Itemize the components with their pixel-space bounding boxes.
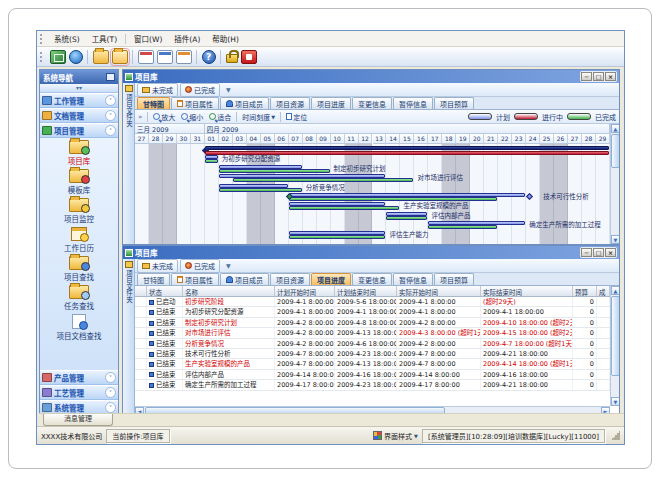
chevron-up-icon[interactable]: ˄ [105,125,116,136]
exit-icon[interactable] [241,50,257,64]
column-header-5[interactable]: 实际开始时间 [397,286,481,296]
toolbar-grip[interactable] [40,52,45,62]
gantt-tab-5[interactable]: 变更信息 [352,97,392,109]
plan-bar[interactable] [289,231,386,235]
gantt-tab-2[interactable]: 项目成员 [220,97,269,109]
table-row[interactable]: 已结束评估内部产品2009-4-14 8:00:002009-4-16 18:0… [135,370,619,380]
folder-open-icon[interactable] [112,50,128,64]
table-row[interactable]: 已结束技术可行性分析2009-4-7 8:00:002009-4-23 18:0… [135,349,619,359]
table-row[interactable]: 已结束为初步研究分配资源2009-4-1 8:00:002009-4-1 18:… [135,307,619,317]
gantt-tab-6[interactable]: 暂停信息 [393,97,433,109]
sidebar-section-0[interactable]: 工作管理˅ [40,93,118,108]
table-folder-tab-1[interactable]: 已完成 [180,259,220,273]
sidebar-section-1[interactable]: 文档管理˅ [40,108,118,123]
actual-bar[interactable] [233,178,414,182]
table-tab-2[interactable]: 项目成员 [220,273,269,285]
column-header-3[interactable]: 计划开始时间 [275,286,335,296]
sidebar-section-3[interactable]: 产品管理˅ [40,370,118,385]
menu-item-2[interactable]: 窗口(W) [128,32,168,45]
maximize-button[interactable]: □ [593,72,604,81]
interface-style-selector[interactable]: 界面样式 ▼ [373,431,418,441]
table-tab-1[interactable]: 项目属性 [171,273,219,285]
scroll-thumb[interactable] [611,296,619,376]
folder-tabs-overflow-icon[interactable]: ▼ [226,262,231,269]
gantt-vertical-scrollbar[interactable]: ▲ ▼ [610,124,619,244]
resize-grip[interactable] [611,431,620,440]
actual-bar[interactable] [289,206,400,210]
gantt-tab-0[interactable]: 甘特图 [137,97,170,109]
table-row[interactable]: 已结束对市场进行评估2009-4-2 8:00:002009-4-13 18:0… [135,328,619,338]
locate-button[interactable]: 定位 [283,112,310,122]
toolbar-overflow-icon[interactable]: » [138,113,142,121]
actual-bar[interactable] [219,188,302,192]
sidebar-collapse-strip[interactable]: ▾▾ [40,84,118,93]
close-button[interactable]: × [605,72,616,81]
chevron-down-icon[interactable]: ˅ [105,110,116,121]
gantt-folder-tab-1[interactable]: 已完成 [180,83,220,97]
message-management-tab[interactable]: 消息管理 [43,414,113,426]
summary-plan-bar[interactable] [205,146,609,150]
scroll-thumb[interactable] [611,134,619,168]
zoom-in-button[interactable]: 放大 [150,112,178,122]
sidebar-window-icon[interactable] [106,73,115,81]
table-window-titlebar[interactable]: 项目库 ─ □ × [123,246,619,259]
form-view-icon[interactable] [176,50,192,64]
table-row[interactable]: 已结束制定初步研究计划2009-4-2 8:00:002009-4-8 18:0… [135,318,619,328]
table-row[interactable]: 已结束生产实验室规模的产品2009-4-7 8:00:002009-4-13 1… [135,359,619,369]
sidebar-section-4[interactable]: 工艺管理˅ [40,385,118,400]
column-header-6[interactable]: 实际结束时间 [481,286,573,296]
table-row[interactable]: 已启动初步研究阶段2009-4-1 8:00:002009-5-6 18:00:… [135,297,619,307]
sidebar-item-3[interactable]: 工作日历 [64,227,94,253]
close-button[interactable]: × [605,248,616,257]
actual-bar[interactable] [386,216,427,220]
table-folder-tab-0[interactable]: 未完成 [137,259,178,273]
scroll-down-button[interactable]: ▼ [611,397,619,406]
column-header-4[interactable]: 计划结束时间 [335,286,397,296]
actual-bar[interactable] [289,197,498,201]
folder-closed-icon[interactable] [93,50,109,64]
internet-icon[interactable] [69,50,83,64]
actual-bar[interactable] [219,169,330,173]
menubar-grip[interactable] [40,34,45,44]
project-folder-side-tab[interactable]: 项目文件夹 [123,259,135,415]
scroll-down-button[interactable]: ▼ [611,235,619,244]
chevron-down-icon[interactable]: ˅ [105,372,116,383]
menu-item-0[interactable]: 系统(S) [48,32,86,45]
menu-item-4[interactable]: 帮助(H) [206,32,245,45]
table-row[interactable]: 已结束分析竞争情况2009-4-2 8:00:002009-4-6 18:00:… [135,339,619,349]
table-vertical-scrollbar[interactable]: ▲ ▼ [610,286,619,406]
form-edit-icon[interactable] [157,50,173,64]
sidebar-item-0[interactable]: 项目库 [68,140,91,166]
maximize-button[interactable]: □ [593,248,604,257]
table-tab-5[interactable]: 变更信息 [352,273,392,285]
lock-icon[interactable] [226,54,238,63]
fit-button[interactable]: 适合 [206,112,234,122]
column-header-8[interactable]: 成 [597,286,610,296]
column-header-7[interactable]: 预算 [573,286,597,296]
actual-bar[interactable] [205,159,218,163]
help-icon[interactable]: ? [202,50,216,64]
sidebar-item-2[interactable]: 项目监控 [64,198,94,224]
table-row[interactable]: 已结束确定生产所需的加工过程2009-4-17 8:00:002009-4-23… [135,380,619,390]
chevron-down-icon[interactable]: ˅ [105,387,116,398]
table-tab-6[interactable]: 暂停信息 [393,273,433,285]
menu-item-1[interactable]: 工具(T) [86,32,123,45]
gantt-tab-3[interactable]: 项目资源 [270,97,310,109]
chevron-down-icon[interactable]: ˅ [105,402,116,413]
table-tab-7[interactable]: 项目预算 [434,273,474,285]
gantt-tab-7[interactable]: 项目预算 [434,97,474,109]
sidebar-item-5[interactable]: 任务查找 [64,285,94,311]
gantt-window-titlebar[interactable]: 项目库 ─ □ × [123,70,619,83]
folder-tabs-overflow-icon[interactable]: ▼ [226,86,231,93]
scroll-up-button[interactable]: ▲ [611,286,619,295]
sidebar-item-4[interactable]: 项目查找 [64,256,94,282]
actual-bar[interactable] [428,225,497,229]
column-header-1[interactable]: 状态 [147,286,183,296]
sidebar-item-6[interactable]: 项目文档查找 [57,314,102,341]
sidebar-item-1[interactable]: 模板库 [68,169,91,195]
minimize-button[interactable]: ─ [581,72,592,81]
actual-bar[interactable] [289,235,386,239]
table-tab-3[interactable]: 项目资源 [270,273,310,285]
column-header-0[interactable] [135,286,147,296]
project-folder-side-tab[interactable]: 项目文件夹 [123,83,135,244]
